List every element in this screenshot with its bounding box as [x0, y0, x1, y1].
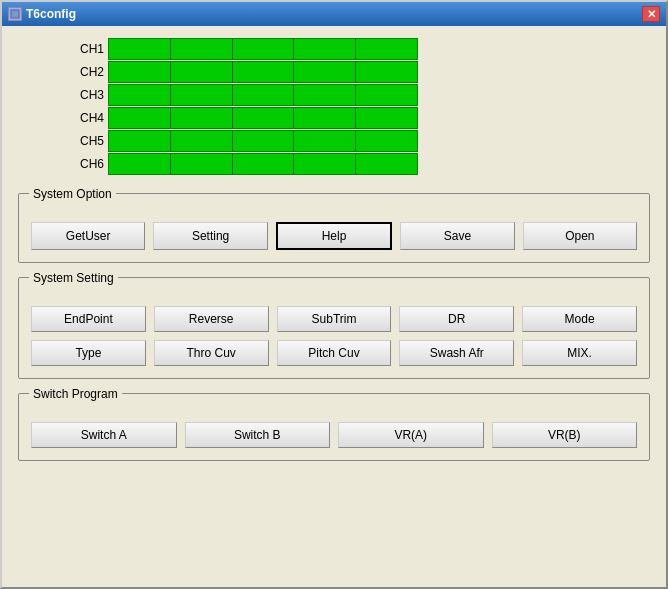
channel-bar-5: [108, 130, 418, 152]
channel-bar-6-seg-3: [233, 154, 295, 174]
get-user-button[interactable]: GetUser: [31, 222, 145, 250]
mode-button[interactable]: Mode: [522, 306, 637, 332]
channel-bar-2-seg-2: [171, 62, 233, 82]
channel-bar-2-seg-4: [294, 62, 356, 82]
title-bar-left: T6config: [8, 7, 76, 21]
channel-bar-3-seg-4: [294, 85, 356, 105]
channel-bar-4-seg-2: [171, 108, 233, 128]
vr-a-button[interactable]: VR(A): [338, 422, 484, 448]
main-window: T6config ✕ CH1CH2CH3CH4CH5CH6 System Opt…: [0, 0, 668, 589]
channel-row-3: CH3: [68, 84, 650, 106]
channel-label-1: CH1: [68, 42, 104, 56]
channel-bar-3-seg-5: [356, 85, 417, 105]
channel-label-4: CH4: [68, 111, 104, 125]
system-setting-title: System Setting: [29, 271, 118, 285]
channel-bar-2-seg-1: [109, 62, 171, 82]
system-setting-row2: TypeThro CuvPitch CuvSwash AfrMIX.: [31, 340, 637, 366]
system-option-group: System Option GetUserSettingHelpSaveOpen: [18, 193, 650, 263]
help-button[interactable]: Help: [276, 222, 392, 250]
channel-bar-4-seg-4: [294, 108, 356, 128]
channel-bar-3: [108, 84, 418, 106]
channel-label-3: CH3: [68, 88, 104, 102]
channel-bar-5-seg-1: [109, 131, 171, 151]
channel-label-6: CH6: [68, 157, 104, 171]
setting-button[interactable]: Setting: [153, 222, 267, 250]
channel-bar-1-seg-3: [233, 39, 295, 59]
channel-bar-6-seg-4: [294, 154, 356, 174]
vr-b-button[interactable]: VR(B): [492, 422, 638, 448]
type-button[interactable]: Type: [31, 340, 146, 366]
channel-bar-6: [108, 153, 418, 175]
channel-row-5: CH5: [68, 130, 650, 152]
channel-label-2: CH2: [68, 65, 104, 79]
svg-rect-0: [11, 10, 19, 18]
channel-bar-5-seg-2: [171, 131, 233, 151]
close-button[interactable]: ✕: [642, 6, 660, 22]
channel-bar-5-seg-3: [233, 131, 295, 151]
window-title: T6config: [26, 7, 76, 21]
channel-bar-5-seg-4: [294, 131, 356, 151]
channel-row-6: CH6: [68, 153, 650, 175]
system-option-buttons: GetUserSettingHelpSaveOpen: [31, 222, 637, 250]
switch-b-button[interactable]: Switch B: [185, 422, 331, 448]
open-button[interactable]: Open: [523, 222, 637, 250]
channel-bar-1-seg-2: [171, 39, 233, 59]
swash-afr-button[interactable]: Swash Afr: [399, 340, 514, 366]
channel-bar-2-seg-5: [356, 62, 417, 82]
channels-area: CH1CH2CH3CH4CH5CH6: [68, 38, 650, 175]
channel-bar-6-seg-5: [356, 154, 417, 174]
switch-program-title: Switch Program: [29, 387, 122, 401]
switch-program-buttons: Switch ASwitch BVR(A)VR(B): [31, 422, 637, 448]
system-option-title: System Option: [29, 187, 116, 201]
channel-bar-6-seg-1: [109, 154, 171, 174]
save-button[interactable]: Save: [400, 222, 514, 250]
channel-bar-6-seg-2: [171, 154, 233, 174]
reverse-button[interactable]: Reverse: [154, 306, 269, 332]
channel-bar-4-seg-3: [233, 108, 295, 128]
channel-row-2: CH2: [68, 61, 650, 83]
channel-row-4: CH4: [68, 107, 650, 129]
endpoint-button[interactable]: EndPoint: [31, 306, 146, 332]
mix-button[interactable]: MIX.: [522, 340, 637, 366]
channel-bar-1: [108, 38, 418, 60]
channel-bar-2-seg-3: [233, 62, 295, 82]
channel-bar-4-seg-5: [356, 108, 417, 128]
system-setting-group: System Setting EndPointReverseSubTrimDRM…: [18, 277, 650, 379]
channel-bar-3-seg-2: [171, 85, 233, 105]
channel-bar-1-seg-4: [294, 39, 356, 59]
system-setting-row1: EndPointReverseSubTrimDRMode: [31, 306, 637, 332]
subtrim-button[interactable]: SubTrim: [277, 306, 392, 332]
thro-cuv-button[interactable]: Thro Cuv: [154, 340, 269, 366]
dr-button[interactable]: DR: [399, 306, 514, 332]
channel-bar-2: [108, 61, 418, 83]
content-area: CH1CH2CH3CH4CH5CH6 System Option GetUser…: [2, 26, 666, 587]
app-icon: [8, 7, 22, 21]
channel-row-1: CH1: [68, 38, 650, 60]
channel-bar-5-seg-5: [356, 131, 417, 151]
pitch-cuv-button[interactable]: Pitch Cuv: [277, 340, 392, 366]
title-bar: T6config ✕: [2, 2, 666, 26]
channel-bar-1-seg-1: [109, 39, 171, 59]
channel-label-5: CH5: [68, 134, 104, 148]
channel-bar-4-seg-1: [109, 108, 171, 128]
channel-bar-3-seg-3: [233, 85, 295, 105]
channel-bar-1-seg-5: [356, 39, 417, 59]
switch-program-group: Switch Program Switch ASwitch BVR(A)VR(B…: [18, 393, 650, 461]
switch-a-button[interactable]: Switch A: [31, 422, 177, 448]
channel-bar-3-seg-1: [109, 85, 171, 105]
channel-bar-4: [108, 107, 418, 129]
